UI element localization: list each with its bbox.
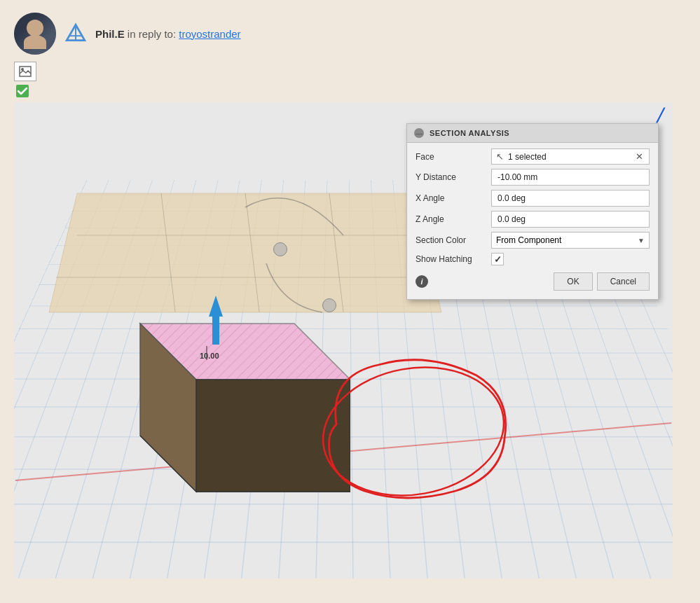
main-content-area: ╱ [14,102,686,578]
x-angle-input[interactable] [491,190,650,207]
face-selected-value: 1 selected [508,152,547,162]
y-distance-input[interactable] [491,169,650,186]
3d-box-svg: 10.00 [56,282,350,520]
check-svg [15,84,29,98]
post-header: Phil.E in reply to: troyostrander [0,0,700,62]
image-icon[interactable] [14,62,36,81]
svg-text:10.00: 10.00 [200,352,219,360]
check-mark-icon[interactable] [14,83,31,99]
toolbar-icons [0,62,700,99]
viewport-corner-marker: ╱ [657,108,664,123]
dropdown-arrow-icon: ▼ [638,237,645,244]
dialog-titlebar: — SECTION ANALYSIS [407,124,658,143]
face-label: Face [416,152,486,162]
reply-prefix: in reply to: [128,28,176,40]
show-hatching-label: Show Hatching [416,254,486,264]
section-color-select[interactable]: From Component ▼ [491,232,650,249]
image-icon-svg [19,66,32,77]
z-angle-row: Z Angle [416,211,650,228]
autodesk-logo-icon [64,22,87,45]
avatar [14,13,56,55]
show-hatching-checkbox[interactable]: ✓ [491,253,504,265]
face-row: Face ↖ 1 selected ✕ [416,148,650,165]
post-attribution: Phil.E in reply to: troyostrander [95,28,241,40]
3d-box: 10.00 [56,282,350,522]
y-distance-label: Y Distance [416,172,486,182]
dialog-footer: i OK Cancel [416,270,650,291]
cancel-button[interactable]: Cancel [597,272,650,291]
reply-username[interactable]: troyostrander [179,28,240,40]
orbit-handle-2[interactable] [322,298,336,312]
author-name: Phil.E [95,28,125,40]
orbit-handle-1[interactable] [273,242,287,256]
section-color-label: Section Color [416,235,486,245]
section-analysis-dialog: — SECTION ANALYSIS Face ↖ 1 selected ✕ Y… [406,123,659,300]
3d-viewport[interactable]: ╱ [14,102,673,578]
dialog-body: Face ↖ 1 selected ✕ Y Distance X Angle [407,143,658,299]
dialog-minimize-button[interactable]: — [414,128,424,138]
svg-marker-19 [196,380,350,492]
show-hatching-checkbox-container: ✓ [491,253,504,265]
y-distance-row: Y Distance [416,169,650,186]
avatar-image [14,13,56,55]
checkmark-icon: ✓ [494,254,502,265]
show-hatching-row: Show Hatching ✓ [416,253,650,265]
x-angle-label: X Angle [416,193,486,203]
cursor-icon: ↖ [496,151,504,162]
ok-button[interactable]: OK [554,272,592,291]
section-color-row: Section Color From Component ▼ [416,232,650,249]
face-selector[interactable]: ↖ 1 selected ✕ [491,148,650,165]
face-clear-button[interactable]: ✕ [634,151,645,162]
info-icon[interactable]: i [416,275,428,288]
section-color-value: From Component [496,235,561,245]
dialog-title: SECTION ANALYSIS [430,129,509,137]
x-angle-row: X Angle [416,190,650,207]
z-angle-label: Z Angle [416,214,486,224]
z-angle-input[interactable] [491,211,650,228]
